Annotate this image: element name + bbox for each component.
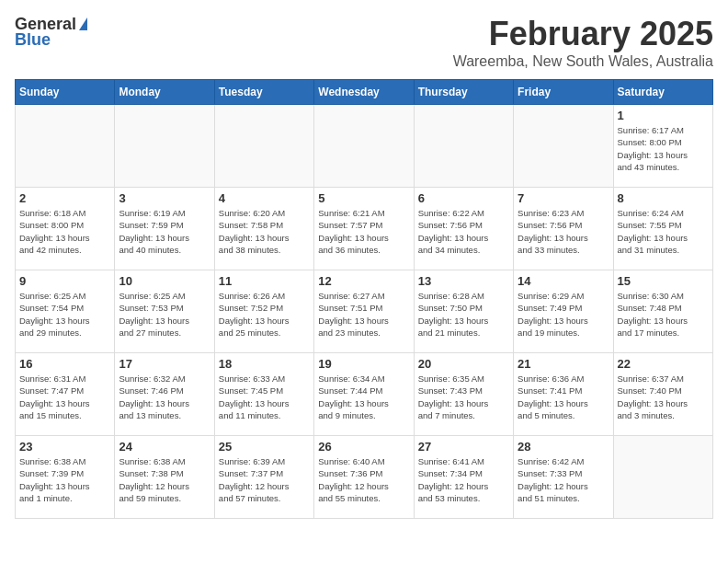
calendar-day-cell: 8Sunrise: 6:24 AM Sunset: 7:55 PM Daylig… — [613, 188, 712, 270]
calendar-day-cell: 12Sunrise: 6:27 AM Sunset: 7:51 PM Dayli… — [314, 270, 414, 353]
calendar-day-cell: 11Sunrise: 6:26 AM Sunset: 7:52 PM Dayli… — [214, 270, 313, 353]
calendar-day-cell: 21Sunrise: 6:36 AM Sunset: 7:41 PM Dayli… — [514, 353, 613, 436]
day-info: Sunrise: 6:27 AM Sunset: 7:51 PM Dayligh… — [318, 290, 409, 339]
day-of-week-header: Thursday — [414, 80, 513, 105]
logo-blue-text: Blue — [15, 30, 51, 50]
day-info: Sunrise: 6:26 AM Sunset: 7:52 PM Dayligh… — [219, 290, 310, 339]
calendar-header-row: SundayMondayTuesdayWednesdayThursdayFrid… — [16, 80, 713, 105]
day-number: 8 — [618, 191, 709, 205]
day-of-week-header: Saturday — [613, 80, 712, 105]
day-number: 9 — [19, 274, 110, 288]
day-info: Sunrise: 6:41 AM Sunset: 7:34 PM Dayligh… — [418, 455, 509, 504]
calendar-day-cell: 20Sunrise: 6:35 AM Sunset: 7:43 PM Dayli… — [414, 353, 513, 436]
calendar-day-cell: 28Sunrise: 6:42 AM Sunset: 7:33 PM Dayli… — [514, 436, 613, 519]
day-info: Sunrise: 6:22 AM Sunset: 7:56 PM Dayligh… — [418, 207, 509, 256]
calendar-day-cell — [314, 105, 414, 188]
day-number: 18 — [219, 357, 310, 371]
calendar-week-row: 9Sunrise: 6:25 AM Sunset: 7:54 PM Daylig… — [16, 270, 713, 353]
day-info: Sunrise: 6:19 AM Sunset: 7:59 PM Dayligh… — [119, 207, 210, 256]
calendar-day-cell: 5Sunrise: 6:21 AM Sunset: 7:57 PM Daylig… — [314, 188, 414, 270]
day-info: Sunrise: 6:36 AM Sunset: 7:41 PM Dayligh… — [518, 373, 609, 421]
calendar-week-row: 16Sunrise: 6:31 AM Sunset: 7:47 PM Dayli… — [16, 353, 713, 436]
day-number: 27 — [418, 440, 509, 454]
day-number: 13 — [418, 274, 509, 288]
day-info: Sunrise: 6:20 AM Sunset: 7:58 PM Dayligh… — [219, 207, 310, 256]
calendar-day-cell: 18Sunrise: 6:33 AM Sunset: 7:45 PM Dayli… — [214, 353, 313, 436]
calendar-day-cell: 22Sunrise: 6:37 AM Sunset: 7:40 PM Dayli… — [613, 353, 712, 436]
day-number: 20 — [418, 357, 509, 371]
day-number: 4 — [219, 191, 310, 205]
calendar-day-cell — [414, 105, 513, 188]
calendar-day-cell: 26Sunrise: 6:40 AM Sunset: 7:36 PM Dayli… — [314, 436, 414, 519]
calendar-day-cell: 9Sunrise: 6:25 AM Sunset: 7:54 PM Daylig… — [16, 270, 115, 353]
logo: General Blue — [15, 15, 87, 50]
day-number: 12 — [318, 274, 409, 288]
calendar-day-cell: 7Sunrise: 6:23 AM Sunset: 7:56 PM Daylig… — [514, 188, 613, 270]
day-info: Sunrise: 6:25 AM Sunset: 7:53 PM Dayligh… — [119, 290, 210, 339]
day-info: Sunrise: 6:39 AM Sunset: 7:37 PM Dayligh… — [219, 455, 310, 504]
calendar-day-cell: 25Sunrise: 6:39 AM Sunset: 7:37 PM Dayli… — [214, 436, 313, 519]
day-of-week-header: Wednesday — [314, 80, 414, 105]
calendar-day-cell — [16, 105, 115, 188]
day-info: Sunrise: 6:17 AM Sunset: 8:00 PM Dayligh… — [618, 124, 709, 173]
calendar-day-cell: 17Sunrise: 6:32 AM Sunset: 7:46 PM Dayli… — [115, 353, 214, 436]
day-number: 16 — [19, 357, 110, 371]
calendar-day-cell — [514, 105, 613, 188]
calendar-day-cell: 13Sunrise: 6:28 AM Sunset: 7:50 PM Dayli… — [414, 270, 513, 353]
calendar-day-cell: 3Sunrise: 6:19 AM Sunset: 7:59 PM Daylig… — [115, 188, 214, 270]
day-number: 24 — [119, 440, 210, 454]
calendar-week-row: 1Sunrise: 6:17 AM Sunset: 8:00 PM Daylig… — [16, 105, 713, 188]
day-number: 28 — [518, 440, 609, 454]
day-of-week-header: Sunday — [16, 80, 115, 105]
day-info: Sunrise: 6:31 AM Sunset: 7:47 PM Dayligh… — [19, 373, 110, 421]
day-number: 1 — [618, 109, 709, 122]
day-info: Sunrise: 6:35 AM Sunset: 7:43 PM Dayligh… — [418, 373, 509, 421]
day-info: Sunrise: 6:34 AM Sunset: 7:44 PM Dayligh… — [318, 373, 409, 421]
day-info: Sunrise: 6:42 AM Sunset: 7:33 PM Dayligh… — [518, 455, 609, 504]
day-number: 25 — [219, 440, 310, 454]
calendar-table: SundayMondayTuesdayWednesdayThursdayFrid… — [15, 79, 713, 519]
day-info: Sunrise: 6:25 AM Sunset: 7:54 PM Dayligh… — [19, 290, 110, 339]
calendar-day-cell: 16Sunrise: 6:31 AM Sunset: 7:47 PM Dayli… — [16, 353, 115, 436]
calendar-day-cell — [115, 105, 214, 188]
day-number: 10 — [119, 274, 210, 288]
day-number: 5 — [318, 191, 409, 205]
calendar-week-row: 2Sunrise: 6:18 AM Sunset: 8:00 PM Daylig… — [16, 188, 713, 270]
calendar-day-cell: 24Sunrise: 6:38 AM Sunset: 7:38 PM Dayli… — [115, 436, 214, 519]
day-number: 21 — [518, 357, 609, 371]
calendar-day-cell: 15Sunrise: 6:30 AM Sunset: 7:48 PM Dayli… — [613, 270, 712, 353]
day-info: Sunrise: 6:28 AM Sunset: 7:50 PM Dayligh… — [418, 290, 509, 339]
logo-triangle-icon — [79, 17, 87, 30]
calendar-day-cell: 2Sunrise: 6:18 AM Sunset: 8:00 PM Daylig… — [16, 188, 115, 270]
calendar-day-cell: 14Sunrise: 6:29 AM Sunset: 7:49 PM Dayli… — [514, 270, 613, 353]
day-info: Sunrise: 6:23 AM Sunset: 7:56 PM Dayligh… — [518, 207, 609, 256]
day-info: Sunrise: 6:37 AM Sunset: 7:40 PM Dayligh… — [618, 373, 709, 421]
calendar-day-cell: 6Sunrise: 6:22 AM Sunset: 7:56 PM Daylig… — [414, 188, 513, 270]
day-number: 14 — [518, 274, 609, 288]
day-number: 11 — [219, 274, 310, 288]
day-number: 7 — [518, 191, 609, 205]
day-number: 19 — [318, 357, 409, 371]
calendar-day-cell — [214, 105, 313, 188]
day-info: Sunrise: 6:30 AM Sunset: 7:48 PM Dayligh… — [618, 290, 709, 339]
calendar-day-cell — [613, 436, 712, 519]
day-info: Sunrise: 6:18 AM Sunset: 8:00 PM Dayligh… — [19, 207, 110, 256]
day-info: Sunrise: 6:40 AM Sunset: 7:36 PM Dayligh… — [318, 455, 409, 504]
calendar-day-cell: 10Sunrise: 6:25 AM Sunset: 7:53 PM Dayli… — [115, 270, 214, 353]
calendar-day-cell: 1Sunrise: 6:17 AM Sunset: 8:00 PM Daylig… — [613, 105, 712, 188]
day-number: 23 — [19, 440, 110, 454]
day-info: Sunrise: 6:29 AM Sunset: 7:49 PM Dayligh… — [518, 290, 609, 339]
calendar-day-cell: 4Sunrise: 6:20 AM Sunset: 7:58 PM Daylig… — [214, 188, 313, 270]
calendar-day-cell: 19Sunrise: 6:34 AM Sunset: 7:44 PM Dayli… — [314, 353, 414, 436]
page-header: General Blue February 2025 Wareemba, New… — [15, 15, 713, 70]
day-number: 15 — [618, 274, 709, 288]
day-info: Sunrise: 6:38 AM Sunset: 7:38 PM Dayligh… — [119, 455, 210, 504]
day-info: Sunrise: 6:24 AM Sunset: 7:55 PM Dayligh… — [618, 207, 709, 256]
day-of-week-header: Monday — [115, 80, 214, 105]
day-info: Sunrise: 6:21 AM Sunset: 7:57 PM Dayligh… — [318, 207, 409, 256]
day-of-week-header: Tuesday — [214, 80, 313, 105]
day-info: Sunrise: 6:33 AM Sunset: 7:45 PM Dayligh… — [219, 373, 310, 421]
day-of-week-header: Friday — [514, 80, 613, 105]
day-number: 3 — [119, 191, 210, 205]
day-info: Sunrise: 6:32 AM Sunset: 7:46 PM Dayligh… — [119, 373, 210, 421]
